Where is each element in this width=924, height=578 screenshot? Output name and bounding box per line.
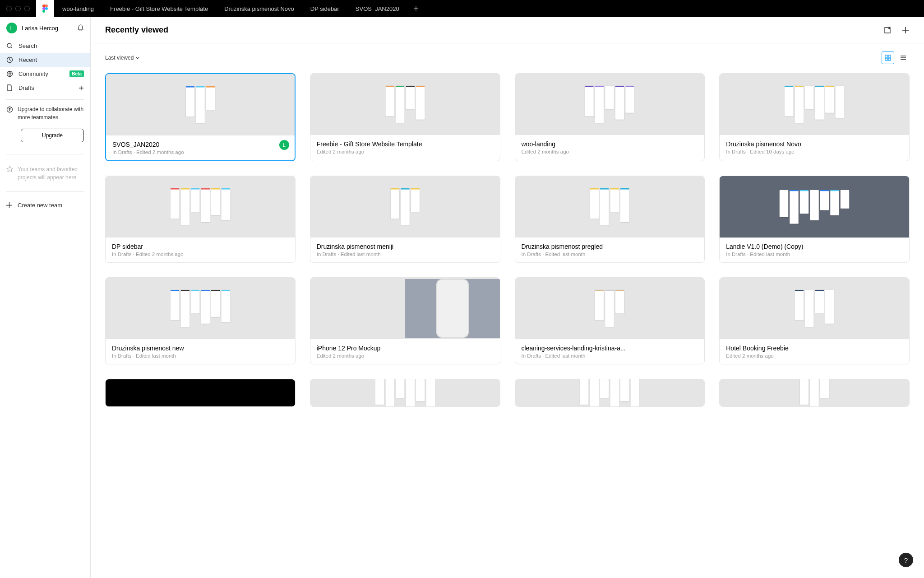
file-thumbnail <box>106 379 295 406</box>
sidebar-drafts[interactable]: Drafts <box>0 81 90 95</box>
grid-icon <box>885 55 891 61</box>
file-icon <box>6 84 13 91</box>
star-icon <box>6 166 13 172</box>
sidebar-recent[interactable]: Recent <box>0 53 90 67</box>
file-tab[interactable]: woo-landing <box>54 0 102 17</box>
file-card[interactable]: Druzinska pismenost pregledIn Drafts · E… <box>515 176 705 263</box>
file-card[interactable]: iPhone 12 Pro MockupEdited 2 months ago <box>310 277 500 364</box>
file-thumbnail <box>515 379 705 406</box>
chevron-down-icon <box>136 57 139 59</box>
plus-icon[interactable] <box>79 85 84 91</box>
file-title: cleaning-services-landing-kristina-a... <box>522 345 698 352</box>
create-team[interactable]: Create new team <box>0 197 90 213</box>
notifications-icon[interactable] <box>77 24 84 32</box>
main: Recently viewed Last viewed <box>91 17 924 578</box>
sidebar-community[interactable]: Community Beta <box>0 67 90 81</box>
drafts-label: Drafts <box>18 84 34 91</box>
figma-logo-icon <box>42 4 48 13</box>
file-meta: Edited 2 months ago <box>317 353 494 359</box>
file-meta: In Drafts · Edited last month <box>522 353 698 359</box>
file-meta: In Drafts · Edited 2 months ago <box>112 252 289 257</box>
user-name: Larisa Hercog <box>22 25 73 32</box>
files-grid: SVOS_JAN2020In Drafts · Edited 2 months … <box>105 73 910 407</box>
search-icon <box>6 42 13 49</box>
new-file-button[interactable] <box>901 26 910 34</box>
svg-point-1 <box>7 43 11 47</box>
file-thumbnail <box>515 278 705 339</box>
file-tab[interactable]: SVOS_JAN2020 <box>347 0 407 17</box>
file-meta: In Drafts · Edited 2 months ago <box>112 149 288 155</box>
sort-dropdown[interactable]: Last viewed <box>105 55 882 61</box>
file-meta: In Drafts · Edited last month <box>726 252 903 257</box>
file-thumbnail <box>106 278 295 339</box>
favorites-text: Your teams and favorited projects will a… <box>18 165 84 182</box>
beta-badge: Beta <box>69 70 84 77</box>
svg-rect-8 <box>888 58 891 61</box>
editor-avatar: L <box>279 140 289 150</box>
search-label: Search <box>18 42 37 49</box>
home-tab[interactable] <box>36 0 54 17</box>
plus-icon <box>6 202 12 208</box>
file-card[interactable]: cleaning-services-landing-kristina-a...I… <box>515 277 705 364</box>
sidebar-search[interactable]: Search <box>0 39 90 53</box>
file-title: SVOS_JAN2020 <box>112 141 288 148</box>
page-title: Recently viewed <box>105 25 883 35</box>
file-card[interactable] <box>515 379 705 407</box>
file-title: iPhone 12 Pro Mockup <box>317 345 494 352</box>
grid-view-button[interactable] <box>882 51 894 64</box>
upgrade-text: Upgrade to collaborate with more teammat… <box>18 105 84 121</box>
file-tab[interactable]: Druzinska pismenost Novo <box>216 0 302 17</box>
file-meta: In Drafts · Edited last month <box>112 353 289 359</box>
globe-icon <box>6 70 13 77</box>
svg-rect-7 <box>885 58 887 61</box>
file-title: Druzinska pismenost Novo <box>726 140 903 148</box>
file-card[interactable]: Landie V1.0 (Demo) (Copy)In Drafts · Edi… <box>719 176 910 263</box>
import-button[interactable] <box>883 26 892 34</box>
upgrade-block: Upgrade to collaborate with more teammat… <box>0 105 90 129</box>
file-tab[interactable]: Freebie - Gift Store Website Template <box>102 0 216 17</box>
file-title: DP sidebar <box>112 243 289 250</box>
file-card[interactable]: Druzinska pismenost NovoIn Drafts · Edit… <box>719 73 910 161</box>
list-icon <box>900 55 906 61</box>
help-button[interactable]: ? <box>899 553 913 567</box>
file-title: woo-landing <box>522 140 698 148</box>
file-card[interactable] <box>310 379 500 407</box>
file-thumbnail <box>720 74 909 135</box>
svg-point-0 <box>45 7 48 10</box>
file-title: Druzinska pismenost new <box>112 345 289 352</box>
file-card[interactable] <box>105 379 296 407</box>
minimize-dot[interactable] <box>15 6 21 11</box>
file-title: Druzinska pismenost meniji <box>317 243 494 250</box>
favorites-placeholder: Your teams and favorited projects will a… <box>0 160 90 187</box>
file-card[interactable]: Druzinska pismenost menijiIn Drafts · Ed… <box>310 176 500 263</box>
file-card[interactable]: SVOS_JAN2020In Drafts · Edited 2 months … <box>105 73 296 161</box>
file-card[interactable]: Hotel Booking FreebieEdited 2 months ago <box>719 277 910 364</box>
file-tab[interactable]: DP sidebar <box>302 0 347 17</box>
user-row[interactable]: L Larisa Hercog <box>0 17 90 39</box>
list-view-button[interactable] <box>897 51 910 64</box>
file-thumbnail <box>515 74 705 135</box>
file-thumbnail <box>106 176 295 238</box>
file-thumbnail <box>310 278 500 339</box>
window-controls[interactable] <box>0 0 36 17</box>
upgrade-button[interactable]: Upgrade <box>21 129 84 142</box>
file-thumbnail <box>310 379 500 406</box>
maximize-dot[interactable] <box>24 6 30 11</box>
file-card[interactable]: Freebie - Gift Store Website TemplateEdi… <box>310 73 500 161</box>
file-title: Freebie - Gift Store Website Template <box>317 140 494 148</box>
file-thumbnail <box>106 74 295 135</box>
file-card[interactable]: woo-landingEdited 2 months ago <box>515 73 705 161</box>
titlebar: woo-landingFreebie - Gift Store Website … <box>0 0 924 17</box>
file-meta: In Drafts · Edited last month <box>317 252 494 257</box>
close-dot[interactable] <box>6 6 12 11</box>
file-card[interactable]: Druzinska pismenost newIn Drafts · Edite… <box>105 277 296 364</box>
import-icon <box>883 26 892 34</box>
plus-icon <box>413 6 419 11</box>
file-card[interactable] <box>719 379 910 407</box>
file-thumbnail <box>720 278 909 339</box>
recent-label: Recent <box>18 56 37 63</box>
upgrade-icon <box>6 106 13 113</box>
new-tab-button[interactable] <box>407 6 425 11</box>
file-thumbnail <box>720 379 909 406</box>
file-card[interactable]: DP sidebarIn Drafts · Edited 2 months ag… <box>105 176 296 263</box>
